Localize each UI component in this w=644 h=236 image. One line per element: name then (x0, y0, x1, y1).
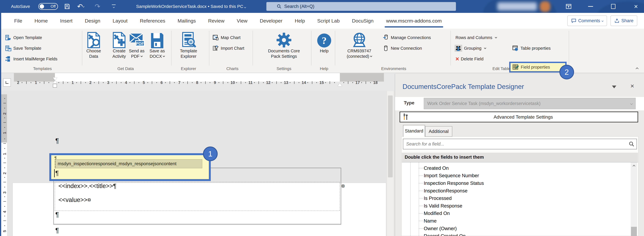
tab-standard[interactable]: Standard (403, 125, 425, 137)
field-tree-item[interactable]: Is Valid Response (402, 202, 638, 210)
maximize-button[interactable] (607, 0, 620, 13)
pane-close-icon[interactable]: × (630, 82, 634, 90)
import-chart-button[interactable]: Import Chart (212, 45, 244, 52)
pane-collapse-icon[interactable] (612, 86, 616, 88)
group-divider (335, 31, 335, 65)
ribbon-tab[interactable]: View (231, 13, 254, 28)
document-scrollbar[interactable] (387, 91, 394, 236)
field-tree-item[interactable]: Inspection Response Status (402, 179, 638, 187)
scrollbar-up-button[interactable] (631, 162, 637, 169)
field-tree-item-label: InspectionResponse (424, 188, 468, 194)
field-tree-item[interactable]: InspectionResponse (402, 187, 638, 195)
ribbon-tab[interactable]: File (8, 13, 28, 28)
ribbon-tab[interactable]: Mailings (172, 13, 202, 28)
merge-field-token[interactable]: msdyn_inspectionresponseid_msdyn_respons… (55, 159, 202, 168)
ribbon-tab[interactable]: DocuSign (346, 13, 380, 28)
ruler-main-numbers: 1 2 3 4 5 (55, 78, 322, 87)
field-tree-item[interactable]: Record Created On (402, 232, 638, 236)
ribbon-tab[interactable]: Help (289, 13, 311, 28)
ribbon-tab[interactable]: Review (202, 13, 230, 28)
ruler-tick (228, 82, 228, 83)
new-connection-button[interactable]: New Connection (382, 45, 422, 52)
share-button[interactable]: Share (610, 15, 637, 26)
advanced-template-settings-button[interactable]: Advanced Template Settings (400, 112, 638, 122)
search-icon[interactable] (629, 141, 634, 147)
table-properties-button[interactable]: Table properties (512, 45, 550, 52)
table-inner-cell[interactable] (55, 182, 340, 211)
field-tree-item-label: Modified On (424, 211, 450, 216)
left-indent-marker[interactable] (53, 84, 57, 88)
autosave-toggle[interactable]: Off (38, 3, 58, 10)
minimize-button[interactable] (584, 0, 597, 13)
field-tree-item[interactable]: Name (402, 217, 638, 225)
dcp-settings-button[interactable]: Documents Core Pack Settings (265, 30, 303, 59)
save-as-docx-button[interactable]: Save as DOCX (144, 30, 170, 59)
ribbon-tab[interactable]: Design (79, 13, 106, 28)
comments-label: Comments (578, 18, 600, 23)
ruler-tick (330, 81, 330, 84)
rows-and-columns-button[interactable]: Rows and Columns (456, 34, 497, 41)
search-bar[interactable]: Search (Alt+Q) (266, 2, 456, 11)
template-explorer-button[interactable]: Template Explorer (176, 30, 202, 59)
field-tree-item[interactable]: Import Sequence Number (402, 172, 638, 180)
svg-text:PDF: PDF (136, 41, 144, 46)
ribbon-tab[interactable]: References (134, 13, 172, 28)
first-line-indent-marker[interactable] (53, 77, 57, 80)
customize-quick-access-button[interactable] (110, 0, 118, 13)
ruler-tick (218, 82, 219, 83)
field-tree-item[interactable]: Created On (402, 164, 638, 172)
field-search-input[interactable] (403, 139, 629, 149)
tree-connector (419, 213, 423, 214)
field-tree-list[interactable]: Created On Import Sequence Number Inspec… (402, 162, 638, 236)
comments-button[interactable]: Comments (567, 15, 607, 26)
document-scrollbar-thumb[interactable] (388, 95, 393, 177)
highlighted-field-block[interactable]: ¶ msdyn_inspectionresponseid_msdyn_respo… (49, 153, 211, 181)
collapse-ribbon-icon[interactable] (636, 67, 638, 70)
scrollbar-thumb[interactable] (631, 227, 637, 236)
save-button[interactable] (63, 0, 72, 13)
field-properties-button[interactable]: Field properties (509, 62, 566, 72)
save-template-button[interactable]: Save Template (5, 45, 41, 52)
ruler-tick (263, 82, 264, 83)
tab-additional[interactable]: Additional (425, 126, 452, 137)
tab-stop-selector[interactable] (3, 78, 11, 87)
group-label-environments: Environments (381, 66, 406, 71)
ribbon-tab[interactable]: Developer (254, 13, 289, 28)
ruler-tick (334, 82, 335, 83)
ruler-tick (361, 82, 362, 83)
ribbon-tab[interactable]: Insert (54, 13, 79, 28)
delete-field-button[interactable]: × Delete Field (456, 55, 484, 63)
ruler-tick (325, 82, 326, 83)
choose-data-button[interactable]: Choose Data (81, 30, 106, 59)
field-search-box[interactable] (403, 139, 637, 149)
svg-text:?: ? (322, 35, 327, 46)
insert-mailmerge-fields-button[interactable]: Insert MailMerge Fields (5, 55, 57, 63)
field-list-scrollbar[interactable] (631, 162, 637, 236)
ruler-tick (343, 82, 344, 83)
map-chart-button[interactable]: Map Chart (212, 34, 240, 41)
type-dropdown[interactable]: Work Order Service Task (msdyn_workorder… (424, 98, 636, 109)
grouping-button[interactable]: Grouping (454, 45, 486, 52)
hanging-indent-marker[interactable] (53, 80, 57, 83)
ribbon-tab[interactable]: Layout (106, 13, 134, 28)
manage-connections-button[interactable]: Manage Connections (382, 34, 431, 41)
undo-button[interactable]: ↶ (76, 0, 86, 13)
redo-button[interactable]: ↷ (93, 0, 102, 13)
close-button[interactable]: × (629, 0, 642, 13)
map-chart-icon (212, 34, 219, 41)
ribbon-tab[interactable]: Home (28, 13, 54, 28)
ribbon-tab[interactable]: Script Lab (311, 13, 346, 28)
paragraph-mark: ¶ (55, 170, 59, 177)
group-label-explorer: Explorer (181, 66, 196, 71)
crm-connection-button[interactable]: CRM939747 (connected) (342, 30, 376, 59)
field-tree-item[interactable]: Modified On (402, 210, 638, 217)
right-indent-marker[interactable] (338, 83, 342, 86)
ribbon-display-options-button[interactable] (562, 0, 575, 13)
field-tree-item[interactable]: Owner (Owner) (402, 225, 638, 232)
field-tree-item[interactable]: Is Processed (402, 195, 638, 202)
autosave-label: AutoSave (11, 0, 30, 13)
open-template-button[interactable]: Open Template (5, 34, 42, 41)
ribbon-tab-mscrm-addons-active[interactable]: www.mscrm-addons.com (380, 13, 448, 28)
indent-markers[interactable] (53, 77, 57, 88)
help-button[interactable]: ? Help (312, 30, 336, 54)
